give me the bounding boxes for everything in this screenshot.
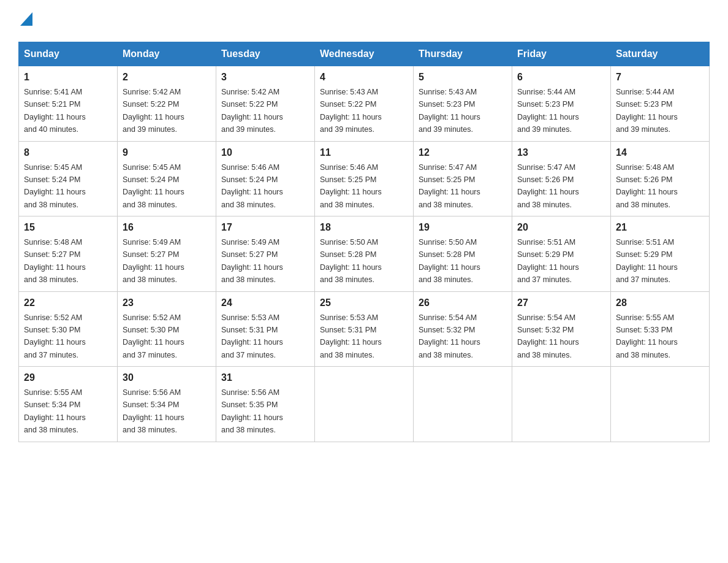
day-info: Sunrise: 5:42 AMSunset: 5:22 PMDaylight:… bbox=[221, 88, 283, 134]
day-number: 4 bbox=[320, 70, 408, 85]
day-number: 27 bbox=[517, 296, 605, 310]
weekday-header-tuesday: Tuesday bbox=[216, 42, 315, 66]
week-row-3: 15 Sunrise: 5:48 AMSunset: 5:27 PMDaylig… bbox=[19, 216, 710, 292]
day-number: 10 bbox=[221, 145, 309, 160]
day-info: Sunrise: 5:52 AMSunset: 5:30 PMDaylight:… bbox=[123, 313, 184, 359]
calendar-cell: 21 Sunrise: 5:51 AMSunset: 5:29 PMDaylig… bbox=[611, 216, 710, 292]
calendar-cell: 7 Sunrise: 5:44 AMSunset: 5:23 PMDayligh… bbox=[611, 66, 710, 142]
day-info: Sunrise: 5:56 AMSunset: 5:35 PMDaylight:… bbox=[221, 388, 283, 434]
weekday-header-saturday: Saturday bbox=[611, 42, 710, 66]
calendar-cell: 19 Sunrise: 5:50 AMSunset: 5:28 PMDaylig… bbox=[414, 216, 512, 292]
calendar-cell: 9 Sunrise: 5:45 AMSunset: 5:24 PMDayligh… bbox=[118, 141, 216, 216]
weekday-header-wednesday: Wednesday bbox=[315, 42, 414, 66]
day-number: 29 bbox=[24, 370, 112, 385]
day-info: Sunrise: 5:48 AMSunset: 5:26 PMDaylight:… bbox=[616, 163, 678, 209]
calendar-cell: 3 Sunrise: 5:42 AMSunset: 5:22 PMDayligh… bbox=[216, 66, 315, 142]
day-number: 2 bbox=[123, 70, 211, 85]
calendar-cell: 12 Sunrise: 5:47 AMSunset: 5:25 PMDaylig… bbox=[414, 141, 512, 216]
weekday-header-friday: Friday bbox=[512, 42, 611, 66]
day-number: 31 bbox=[221, 370, 309, 385]
day-info: Sunrise: 5:55 AMSunset: 5:33 PMDaylight:… bbox=[616, 313, 678, 359]
calendar-cell: 5 Sunrise: 5:43 AMSunset: 5:23 PMDayligh… bbox=[414, 66, 512, 142]
day-number: 6 bbox=[517, 70, 605, 85]
calendar-cell: 24 Sunrise: 5:53 AMSunset: 5:31 PMDaylig… bbox=[216, 291, 315, 367]
day-number: 5 bbox=[419, 70, 507, 85]
day-info: Sunrise: 5:53 AMSunset: 5:31 PMDaylight:… bbox=[221, 313, 283, 359]
calendar-cell: 2 Sunrise: 5:42 AMSunset: 5:22 PMDayligh… bbox=[118, 66, 216, 142]
weekday-header-thursday: Thursday bbox=[414, 42, 512, 66]
day-number: 14 bbox=[616, 145, 704, 160]
day-number: 30 bbox=[123, 370, 211, 385]
day-number: 25 bbox=[320, 296, 408, 310]
day-number: 12 bbox=[419, 145, 507, 160]
day-info: Sunrise: 5:48 AMSunset: 5:27 PMDaylight:… bbox=[24, 238, 86, 284]
weekday-header-monday: Monday bbox=[118, 42, 216, 66]
day-number: 24 bbox=[221, 296, 309, 310]
day-info: Sunrise: 5:43 AMSunset: 5:22 PMDaylight:… bbox=[320, 88, 382, 134]
calendar-cell: 13 Sunrise: 5:47 AMSunset: 5:26 PMDaylig… bbox=[512, 141, 611, 216]
day-info: Sunrise: 5:42 AMSunset: 5:22 PMDaylight:… bbox=[123, 88, 184, 134]
calendar-cell: 4 Sunrise: 5:43 AMSunset: 5:22 PMDayligh… bbox=[315, 66, 414, 142]
day-info: Sunrise: 5:53 AMSunset: 5:31 PMDaylight:… bbox=[320, 313, 382, 359]
calendar-cell: 6 Sunrise: 5:44 AMSunset: 5:23 PMDayligh… bbox=[512, 66, 611, 142]
day-number: 8 bbox=[24, 145, 112, 160]
day-info: Sunrise: 5:51 AMSunset: 5:29 PMDaylight:… bbox=[517, 238, 579, 284]
week-row-5: 29 Sunrise: 5:55 AMSunset: 5:34 PMDaylig… bbox=[19, 367, 710, 442]
day-number: 11 bbox=[320, 145, 408, 160]
day-number: 13 bbox=[517, 145, 605, 160]
calendar-cell bbox=[512, 367, 611, 442]
day-info: Sunrise: 5:41 AMSunset: 5:21 PMDaylight:… bbox=[24, 88, 86, 134]
svg-marker-0 bbox=[20, 12, 32, 26]
day-info: Sunrise: 5:49 AMSunset: 5:27 PMDaylight:… bbox=[123, 238, 184, 284]
day-info: Sunrise: 5:51 AMSunset: 5:29 PMDaylight:… bbox=[616, 238, 678, 284]
calendar-cell: 16 Sunrise: 5:49 AMSunset: 5:27 PMDaylig… bbox=[118, 216, 216, 292]
calendar-cell: 29 Sunrise: 5:55 AMSunset: 5:34 PMDaylig… bbox=[19, 367, 118, 442]
logo bbox=[18, 12, 32, 29]
calendar-cell: 27 Sunrise: 5:54 AMSunset: 5:32 PMDaylig… bbox=[512, 291, 611, 367]
calendar-cell: 30 Sunrise: 5:56 AMSunset: 5:34 PMDaylig… bbox=[118, 367, 216, 442]
calendar-cell bbox=[315, 367, 414, 442]
calendar-cell: 28 Sunrise: 5:55 AMSunset: 5:33 PMDaylig… bbox=[611, 291, 710, 367]
day-info: Sunrise: 5:54 AMSunset: 5:32 PMDaylight:… bbox=[517, 313, 579, 359]
day-number: 18 bbox=[320, 220, 408, 235]
logo-triangle-icon bbox=[20, 12, 32, 28]
day-info: Sunrise: 5:46 AMSunset: 5:25 PMDaylight:… bbox=[320, 163, 382, 209]
day-number: 3 bbox=[221, 70, 309, 85]
week-row-4: 22 Sunrise: 5:52 AMSunset: 5:30 PMDaylig… bbox=[19, 291, 710, 367]
weekday-header-sunday: Sunday bbox=[19, 42, 118, 66]
day-info: Sunrise: 5:56 AMSunset: 5:34 PMDaylight:… bbox=[123, 388, 184, 434]
day-number: 1 bbox=[24, 70, 112, 85]
calendar-cell: 17 Sunrise: 5:49 AMSunset: 5:27 PMDaylig… bbox=[216, 216, 315, 292]
day-info: Sunrise: 5:43 AMSunset: 5:23 PMDaylight:… bbox=[419, 88, 480, 134]
day-info: Sunrise: 5:45 AMSunset: 5:24 PMDaylight:… bbox=[123, 163, 184, 209]
day-info: Sunrise: 5:49 AMSunset: 5:27 PMDaylight:… bbox=[221, 238, 283, 284]
day-info: Sunrise: 5:44 AMSunset: 5:23 PMDaylight:… bbox=[616, 88, 678, 134]
day-number: 22 bbox=[24, 296, 112, 310]
day-info: Sunrise: 5:47 AMSunset: 5:25 PMDaylight:… bbox=[419, 163, 480, 209]
day-number: 15 bbox=[24, 220, 112, 235]
day-info: Sunrise: 5:45 AMSunset: 5:24 PMDaylight:… bbox=[24, 163, 86, 209]
day-info: Sunrise: 5:47 AMSunset: 5:26 PMDaylight:… bbox=[517, 163, 579, 209]
calendar-cell: 25 Sunrise: 5:53 AMSunset: 5:31 PMDaylig… bbox=[315, 291, 414, 367]
calendar-cell: 14 Sunrise: 5:48 AMSunset: 5:26 PMDaylig… bbox=[611, 141, 710, 216]
calendar-cell bbox=[414, 367, 512, 442]
week-row-1: 1 Sunrise: 5:41 AMSunset: 5:21 PMDayligh… bbox=[19, 66, 710, 142]
calendar-cell: 26 Sunrise: 5:54 AMSunset: 5:32 PMDaylig… bbox=[414, 291, 512, 367]
day-info: Sunrise: 5:44 AMSunset: 5:23 PMDaylight:… bbox=[517, 88, 579, 134]
day-number: 20 bbox=[517, 220, 605, 235]
day-info: Sunrise: 5:55 AMSunset: 5:34 PMDaylight:… bbox=[24, 388, 86, 434]
calendar-cell: 11 Sunrise: 5:46 AMSunset: 5:25 PMDaylig… bbox=[315, 141, 414, 216]
week-row-2: 8 Sunrise: 5:45 AMSunset: 5:24 PMDayligh… bbox=[19, 141, 710, 216]
day-number: 7 bbox=[616, 70, 704, 85]
weekday-header-row: SundayMondayTuesdayWednesdayThursdayFrid… bbox=[19, 42, 710, 66]
day-info: Sunrise: 5:50 AMSunset: 5:28 PMDaylight:… bbox=[419, 238, 480, 284]
day-info: Sunrise: 5:52 AMSunset: 5:30 PMDaylight:… bbox=[24, 313, 86, 359]
calendar-cell bbox=[611, 367, 710, 442]
day-number: 9 bbox=[123, 145, 211, 160]
day-number: 17 bbox=[221, 220, 309, 235]
day-info: Sunrise: 5:46 AMSunset: 5:24 PMDaylight:… bbox=[221, 163, 283, 209]
day-number: 28 bbox=[616, 296, 704, 310]
day-number: 16 bbox=[123, 220, 211, 235]
day-info: Sunrise: 5:54 AMSunset: 5:32 PMDaylight:… bbox=[419, 313, 480, 359]
calendar-cell: 31 Sunrise: 5:56 AMSunset: 5:35 PMDaylig… bbox=[216, 367, 315, 442]
